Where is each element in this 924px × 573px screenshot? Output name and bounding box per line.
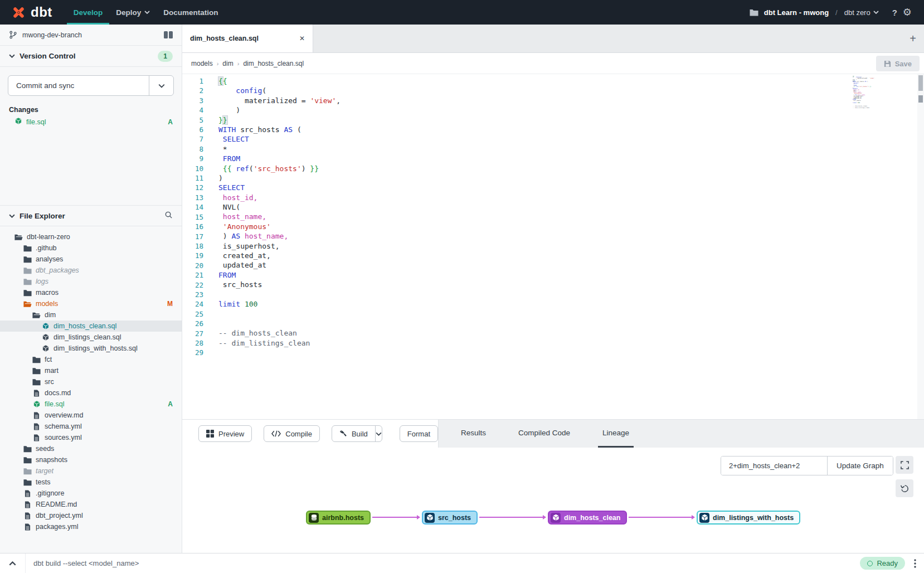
scrollbar-thumb[interactable] — [918, 75, 923, 91]
code-line — [218, 348, 857, 357]
lineage-node-dim_listings_with_hosts[interactable]: dim_listings_with_hosts — [697, 511, 800, 525]
tree-item[interactable]: dbt-learn-zero — [0, 231, 182, 242]
tree-item[interactable]: logs — [0, 276, 182, 287]
code-editor[interactable]: 1234567891011121314151617181920212223242… — [182, 74, 924, 419]
code-line: FROM — [218, 154, 857, 163]
node-label: src_hosts — [438, 514, 471, 522]
tab-compiled-code[interactable]: Compiled Code — [514, 420, 575, 448]
tree-item[interactable]: dim — [0, 309, 182, 321]
tab-results[interactable]: Results — [456, 420, 490, 448]
breadcrumb-separator: › — [234, 60, 244, 67]
commit-options-caret[interactable] — [149, 76, 173, 95]
breadcrumb-models[interactable]: models — [191, 60, 213, 67]
model-cube-icon — [425, 513, 435, 523]
code-content[interactable]: {{ config( materialized = 'view', )}}WIT… — [218, 76, 857, 357]
collapse-panel-button[interactable] — [0, 553, 26, 573]
tree-item[interactable]: seeds — [0, 443, 182, 454]
minimap[interactable]: {{ config( materialized = 'view', )}}WIT… — [853, 76, 896, 110]
close-icon[interactable]: ✕ — [299, 35, 305, 42]
editor-tabbar: dim_hosts_clean.sql ✕ + — [182, 25, 924, 53]
save-button[interactable]: Save — [876, 56, 920, 71]
project-selector[interactable]: dbt zero — [844, 8, 879, 17]
editor-scrollbar[interactable] — [917, 74, 924, 419]
lineage-edge — [629, 517, 692, 518]
tree-item[interactable]: modelsM — [0, 298, 182, 309]
tree-item[interactable]: .gitignore — [0, 488, 182, 499]
build-button[interactable]: Build — [332, 426, 375, 441]
breadcrumb-dim[interactable]: dim — [222, 60, 233, 67]
model-icon — [32, 400, 41, 408]
tree-item[interactable]: dim_hosts_clean.sql — [0, 321, 182, 332]
file-icon — [32, 390, 41, 397]
tree-item[interactable]: dbt_packages — [0, 265, 182, 276]
nav-item-develop[interactable]: Develop — [67, 0, 110, 25]
model-icon — [41, 322, 50, 330]
tree-item[interactable]: README.md — [0, 499, 182, 510]
tree-item[interactable]: src — [0, 376, 182, 387]
changed-file-row[interactable]: file.sql A — [0, 116, 182, 128]
preview-grid-icon — [206, 430, 214, 438]
panels-icon[interactable] — [164, 31, 173, 38]
tree-item[interactable]: fct — [0, 354, 182, 365]
line-number-gutter: 1234567891011121314151617181920212223242… — [182, 76, 218, 358]
branch-name[interactable]: mwong-dev-branch — [22, 31, 82, 39]
folder-icon — [23, 445, 32, 453]
tree-item[interactable]: dim_listings_with_hosts.sql — [0, 343, 182, 354]
lineage-node-dim_hosts_clean[interactable]: dim_hosts_clean — [548, 511, 627, 525]
tree-item[interactable]: .github — [0, 242, 182, 254]
lineage-selector-input[interactable] — [721, 457, 827, 475]
build-options-caret[interactable] — [375, 426, 382, 441]
editor-tab[interactable]: dim_hosts_clean.sql ✕ — [182, 25, 313, 52]
dbt-logo[interactable]: dbt — [0, 0, 67, 25]
tree-item[interactable]: tests — [0, 477, 182, 488]
chevron-up-icon — [9, 561, 16, 566]
tree-item[interactable]: target — [0, 465, 182, 477]
help-icon[interactable]: ? — [892, 8, 897, 17]
tree-item-label: analyses — [36, 255, 63, 263]
dbt-logo-icon — [11, 5, 26, 20]
tree-item[interactable]: snapshots — [0, 454, 182, 465]
tree-item[interactable]: packages.yml — [0, 521, 182, 532]
file-explorer-header[interactable]: File Explorer — [0, 205, 182, 226]
main-area: dim_hosts_clean.sql ✕ + models › dim › d… — [182, 25, 924, 553]
code-line — [218, 290, 857, 299]
tree-item[interactable]: overview.md — [0, 410, 182, 421]
version-control-header[interactable]: Version Control 1 — [0, 46, 182, 67]
new-tab-button[interactable]: + — [910, 25, 916, 52]
code-line: 'Anonymous' — [218, 222, 857, 231]
update-graph-button[interactable]: Update Graph — [827, 457, 893, 475]
tree-item[interactable]: schema.yml — [0, 421, 182, 432]
tree-item-label: .github — [36, 244, 57, 252]
dbt-command-input[interactable] — [26, 559, 860, 567]
code-line: ) AS host_name, — [218, 231, 857, 241]
tree-item[interactable]: macros — [0, 287, 182, 298]
tree-item[interactable]: dbt_project.yml — [0, 510, 182, 521]
compile-button[interactable]: Compile — [264, 425, 320, 442]
tree-item[interactable]: mart — [0, 365, 182, 376]
tree-item[interactable]: file.sqlA — [0, 399, 182, 410]
preview-button[interactable]: Preview — [198, 425, 252, 442]
reset-view-button[interactable] — [896, 479, 913, 497]
tree-item[interactable]: analyses — [0, 254, 182, 265]
changes-label: Changes — [0, 101, 182, 116]
search-icon[interactable] — [164, 211, 173, 221]
tree-item-label: logs — [36, 278, 48, 285]
tree-item[interactable]: sources.yml — [0, 432, 182, 443]
lineage-node-src_hosts[interactable]: src_hosts — [422, 511, 478, 525]
code-line: * — [218, 144, 857, 154]
tree-item-label: dbt_project.yml — [36, 512, 83, 519]
tree-item[interactable]: dim_listings_clean.sql — [0, 332, 182, 343]
nav-item-deploy[interactable]: Deploy — [109, 0, 157, 25]
file-icon — [32, 434, 41, 441]
kebab-menu-icon[interactable] — [914, 559, 916, 568]
format-button[interactable]: Format — [400, 425, 438, 442]
tree-item[interactable]: docs.md — [0, 387, 182, 399]
nav-item-documentation[interactable]: Documentation — [157, 0, 225, 25]
gear-icon[interactable]: ⚙ — [903, 7, 912, 17]
breadcrumb-file[interactable]: dim_hosts_clean.sql — [243, 60, 304, 67]
fullscreen-button[interactable] — [896, 456, 913, 474]
lineage-node-airbnb.hosts[interactable]: airbnb.hosts — [306, 511, 371, 525]
commit-and-sync-button[interactable]: Commit and sync — [8, 75, 174, 96]
account-name[interactable]: dbt Learn - mwong — [764, 8, 829, 17]
tab-lineage[interactable]: Lineage — [598, 420, 634, 448]
